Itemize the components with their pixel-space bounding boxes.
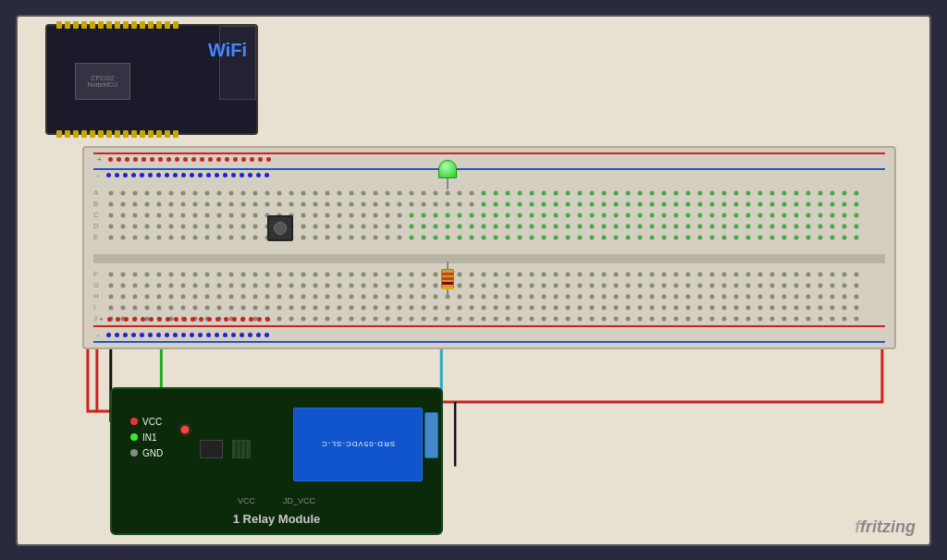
rail-dot [215,317,220,322]
svg-point-363 [566,294,571,298]
svg-point-79 [181,224,186,228]
svg-point-174 [566,235,571,239]
svg-point-374 [698,294,703,298]
svg-point-147 [241,235,246,239]
svg-point-80 [193,224,198,228]
svg-point-130 [794,224,799,228]
svg-point-70 [830,213,835,217]
svg-point-6 [106,189,109,191]
svg-point-190 [758,235,763,239]
svg-point-446 [806,305,811,310]
svg-point-124 [722,224,727,228]
relay-in1-text: IN1 [142,432,157,443]
svg-point-35 [410,213,414,217]
esp-pin [123,21,129,29]
esp-pin [115,21,120,29]
svg-point-327 [133,294,138,298]
rail-dot [183,157,188,162]
rail-bottom-red: + [93,314,885,327]
rail-dot [115,173,119,177]
svg-point-340 [289,294,294,298]
esp-pin [156,130,162,138]
svg-point-96 [386,224,390,228]
relay-jd-vcc: JD_VCC [283,496,315,505]
svg-point-117 [638,224,643,228]
svg-point-370 [650,294,655,298]
svg-point-125 [734,224,739,228]
rail-dot [198,173,203,177]
relay-ic-body: SRD-05VDC-SL-C [293,408,423,481]
svg-point-255 [782,272,787,276]
esp-chip: CP2102 NodeMCU [75,63,130,100]
svg-point-219 [350,272,354,276]
svg-point-40 [470,213,474,217]
svg-point-222 [386,272,390,276]
circuit-area: CP2102 NodeMCU WiFi [16,15,931,546]
esp-pin [65,130,70,138]
svg-point-215 [301,272,306,276]
svg-point-26 [301,213,306,217]
svg-point-95 [374,224,378,228]
svg-point-241 [614,272,619,276]
esp-pin [90,130,95,138]
rail-dot [140,173,144,177]
resistor-lead-top [447,262,449,269]
svg-point-418 [470,305,474,310]
led-body [438,160,457,178]
svg-point-29 [338,213,342,217]
svg-point-13 [145,213,150,217]
rail-bottom-blue: - [93,330,885,343]
svg-point-293 [482,283,486,287]
svg-point-376 [722,294,727,298]
svg-point-93 [350,224,354,228]
esp-pin [106,130,112,138]
svg-point-270 [205,283,210,287]
svg-point-366 [602,294,607,298]
svg-point-207 [205,272,210,276]
rail-dot [132,317,137,322]
svg-point-51 [602,213,607,217]
svg-point-294 [494,283,498,287]
svg-point-157 [362,235,366,239]
svg-point-229 [470,272,474,276]
svg-point-268 [181,283,186,287]
relay-gnd-label: GND [130,448,163,458]
svg-point-65 [770,213,775,217]
svg-point-375 [710,294,715,298]
svg-point-32 [374,213,378,217]
svg-point-98 [410,224,414,228]
svg-point-189 [746,235,751,239]
rail-dot [256,173,261,177]
svg-point-81 [205,224,210,228]
svg-point-181 [650,235,655,239]
rail-dot [207,317,212,322]
svg-point-114 [602,224,607,228]
svg-point-193 [794,235,799,239]
esp-pin [56,21,62,29]
rail-dot [150,157,154,162]
svg-point-442 [758,305,763,310]
svg-point-385 [830,294,835,298]
svg-point-354 [458,294,462,298]
svg-point-274 [253,283,258,287]
rail-dot [240,173,244,177]
svg-point-334 [217,294,222,298]
svg-point-437 [698,305,703,310]
esp-pin [165,21,170,29]
svg-point-165 [458,235,462,239]
rail-dot [157,317,162,322]
esp-pin [65,21,70,29]
svg-point-315 [746,283,751,287]
svg-point-161 [410,235,414,239]
svg-point-160 [398,235,402,239]
svg-point-171 [530,235,535,239]
svg-point-281 [338,283,342,287]
resistor-stripe [442,282,453,285]
svg-point-262 [109,283,114,287]
svg-point-192 [782,235,787,239]
rail-dot [116,317,120,322]
svg-point-22 [253,213,258,217]
svg-point-367 [614,294,619,298]
svg-point-194 [806,235,811,239]
rail-dot [148,173,153,177]
